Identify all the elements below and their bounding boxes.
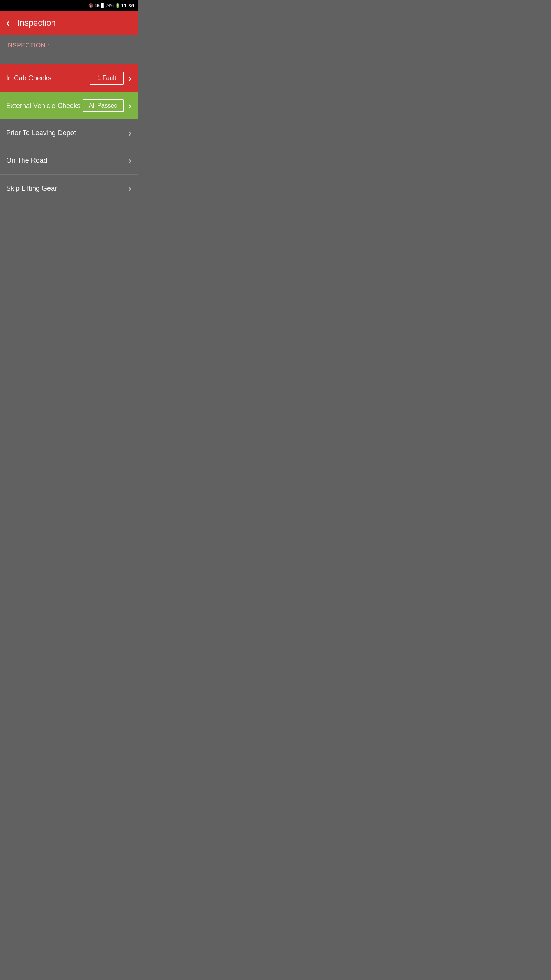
in-cab-checks-right: 1 Fault › [90, 72, 132, 85]
bottom-content [0, 202, 138, 317]
status-icons: 🔇 4G ▊ 74% 🔋 11:36 [88, 3, 134, 8]
external-vehicle-checks-label: External Vehicle Checks [6, 102, 80, 110]
inspection-label-section: INSPECTION : [0, 35, 138, 64]
skip-lifting-gear-chevron: › [128, 183, 132, 194]
prior-to-leaving-depot-right: › [128, 127, 132, 139]
external-vehicle-checks-badge: All Passed [83, 99, 124, 112]
in-cab-checks-item[interactable]: In Cab Checks 1 Fault › [0, 64, 138, 92]
in-cab-checks-chevron: › [128, 72, 132, 84]
on-the-road-label: On The Road [6, 157, 47, 165]
external-vehicle-checks-item[interactable]: External Vehicle Checks All Passed › [0, 92, 138, 119]
back-button[interactable]: ‹ [6, 18, 10, 28]
check-items-list: In Cab Checks 1 Fault › External Vehicle… [0, 64, 138, 202]
on-the-road-right: › [128, 155, 132, 167]
status-time: 11:36 [121, 3, 134, 8]
prior-to-leaving-depot-chevron: › [128, 127, 132, 139]
on-the-road-chevron: › [128, 155, 132, 167]
app-header: ‹ Inspection [0, 11, 138, 35]
prior-to-leaving-depot-label: Prior To Leaving Depot [6, 129, 76, 137]
network-type: 4G [95, 3, 99, 8]
signal-icon: ▊ [101, 3, 104, 8]
external-vehicle-checks-chevron: › [128, 100, 132, 112]
status-bar: 🔇 4G ▊ 74% 🔋 11:36 [0, 0, 138, 11]
inspection-label: INSPECTION : [6, 42, 49, 49]
in-cab-checks-label: In Cab Checks [6, 74, 51, 82]
skip-lifting-gear-item[interactable]: Skip Lifting Gear › [0, 175, 138, 202]
external-vehicle-checks-right: All Passed › [83, 99, 132, 112]
battery-icon: 🔋 [115, 3, 120, 8]
battery-level: 74% [106, 3, 114, 8]
skip-lifting-gear-label: Skip Lifting Gear [6, 185, 57, 193]
page-title: Inspection [17, 18, 55, 28]
in-cab-checks-badge: 1 Fault [90, 72, 124, 85]
prior-to-leaving-depot-item[interactable]: Prior To Leaving Depot › [0, 119, 138, 147]
on-the-road-item[interactable]: On The Road › [0, 147, 138, 175]
skip-lifting-gear-right: › [128, 183, 132, 194]
mute-icon: 🔇 [88, 3, 93, 8]
